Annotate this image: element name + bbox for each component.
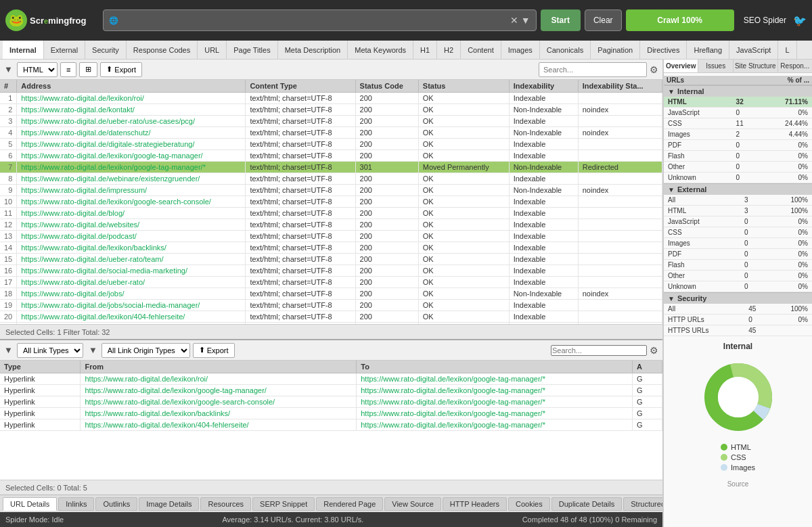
bottom-filter-options-icon[interactable]: ⚙ bbox=[650, 345, 658, 356]
external-table-row[interactable]: All 3 100% bbox=[664, 195, 812, 206]
security-table-row[interactable]: All 45 100% bbox=[664, 304, 812, 315]
table-row[interactable]: 12 https://www.rato-digital.de/websites/… bbox=[0, 219, 662, 231]
external-section-header[interactable]: ▼ External bbox=[664, 183, 812, 195]
url-dropdown-icon[interactable]: ▼ bbox=[521, 15, 531, 26]
table-row[interactable]: 19 https://www.rato-digital.de/jobs/soci… bbox=[0, 300, 662, 311]
tab-http-headers[interactable]: HTTP Headers bbox=[443, 497, 507, 511]
bottom-table-row[interactable]: Hyperlink https://www.rato-digital.de/le… bbox=[0, 419, 662, 431]
nav-tab-images[interactable]: Images bbox=[501, 41, 540, 60]
table-row[interactable]: 4 https://www.rato-digital.de/datenschut… bbox=[0, 127, 662, 139]
bottom-table-row[interactable]: Hyperlink https://www.rato-digital.de/le… bbox=[0, 396, 662, 408]
tab-image-details[interactable]: Image Details bbox=[139, 497, 199, 511]
external-table-row[interactable]: HTML 3 100% bbox=[664, 206, 812, 216]
tab-structured-data-details[interactable]: Structured Data Details bbox=[623, 497, 663, 511]
external-table-row[interactable]: CSS 0 0% bbox=[664, 227, 812, 238]
grid-view-button[interactable]: ⊞ bbox=[79, 62, 97, 77]
clear-button[interactable]: Clear bbox=[585, 9, 622, 31]
table-row[interactable]: 3 https://www.rato-digital.de/ueber-rato… bbox=[0, 116, 662, 127]
list-view-button[interactable]: ≡ bbox=[60, 62, 76, 77]
internal-table-row[interactable]: Unknown 0 0% bbox=[664, 173, 812, 183]
external-table-row[interactable]: Unknown 0 0% bbox=[664, 281, 812, 292]
export-button[interactable]: ⬆ Export bbox=[100, 62, 142, 77]
nav-tab-h1[interactable]: H1 bbox=[413, 41, 437, 60]
tab-serp-snippet[interactable]: SERP Snippet bbox=[252, 497, 315, 511]
table-row[interactable]: 8 https://www.rato-digital.de/webinare/e… bbox=[0, 173, 662, 185]
bottom-table-row[interactable]: Hyperlink https://www.rato-digital.de/le… bbox=[0, 373, 662, 385]
internal-table-row[interactable]: Images 2 4.44% bbox=[664, 129, 812, 140]
url-bar[interactable]: 🌐 https://www.rato-digital.de/ ✕ ▼ bbox=[103, 9, 537, 31]
nav-tab-hreflang[interactable]: Hreflang bbox=[687, 41, 729, 60]
table-row[interactable]: 10 https://www.rato-digital.de/lexikon/g… bbox=[0, 196, 662, 208]
nav-tab-canonicals[interactable]: Canonicals bbox=[540, 41, 591, 60]
nav-tab-response-codes[interactable]: Response Codes bbox=[127, 41, 198, 60]
table-row[interactable]: 7 https://www.rato-digital.de/lexikon/go… bbox=[0, 162, 662, 173]
table-row[interactable]: 18 https://www.rato-digital.de/jobs/ tex… bbox=[0, 288, 662, 300]
nav-tab-meta-keywords[interactable]: Meta Keywords bbox=[348, 41, 413, 60]
table-row[interactable]: 16 https://www.rato-digital.de/social-me… bbox=[0, 265, 662, 277]
start-button[interactable]: Start bbox=[541, 9, 581, 31]
internal-section-header[interactable]: ▼ Internal bbox=[664, 85, 812, 97]
tab-duplicate-details[interactable]: Duplicate Details bbox=[551, 497, 623, 511]
table-row[interactable]: 13 https://www.rato-digital.de/podcast/ … bbox=[0, 231, 662, 242]
right-nav-tab-respon...[interactable]: Respon... bbox=[778, 60, 812, 72]
nav-tab-content[interactable]: Content bbox=[461, 41, 501, 60]
security-table-row[interactable]: HTTP URLs 0 0% bbox=[664, 315, 812, 325]
internal-table-row[interactable]: PDF 0 0% bbox=[664, 140, 812, 151]
internal-table-row[interactable]: Other 0 0% bbox=[664, 162, 812, 173]
external-table-row[interactable]: Other 0 0% bbox=[664, 271, 812, 281]
bottom-search-input[interactable] bbox=[551, 345, 647, 356]
nav-tab-external[interactable]: External bbox=[44, 41, 85, 60]
table-row[interactable]: 15 https://www.rato-digital.de/ueber-rat… bbox=[0, 254, 662, 265]
link-origin-select[interactable]: All Link Origin Types bbox=[102, 343, 190, 358]
table-row[interactable]: 11 https://www.rato-digital.de/blog/ tex… bbox=[0, 208, 662, 219]
external-table-row[interactable]: Images 0 0% bbox=[664, 238, 812, 249]
table-row[interactable]: 14 https://www.rato-digital.de/lexikon/b… bbox=[0, 242, 662, 254]
tab-resources[interactable]: Resources bbox=[200, 497, 251, 511]
table-row[interactable]: 20 https://www.rato-digital.de/lexikon/4… bbox=[0, 311, 662, 323]
search-input[interactable] bbox=[539, 62, 647, 77]
html-filter-select[interactable]: HTML bbox=[17, 62, 58, 77]
external-table-row[interactable]: PDF 0 0% bbox=[664, 249, 812, 260]
internal-table-row[interactable]: Flash 0 0% bbox=[664, 151, 812, 162]
tab-cookies[interactable]: Cookies bbox=[508, 497, 550, 511]
tab-view-source[interactable]: View Source bbox=[384, 497, 441, 511]
bottom-table-row[interactable]: Hyperlink https://www.rato-digital.de/le… bbox=[0, 385, 662, 396]
right-nav-tab-overview[interactable]: Overview bbox=[664, 60, 698, 72]
table-row[interactable]: 2 https://www.rato-digital.de/kontakt/ t… bbox=[0, 104, 662, 116]
external-table-row[interactable]: Flash 0 0% bbox=[664, 260, 812, 271]
nav-tab-directives[interactable]: Directives bbox=[640, 41, 687, 60]
internal-table-row[interactable]: HTML 32 71.11% bbox=[664, 97, 812, 108]
table-row[interactable]: 1 https://www.rato-digital.de/lexikon/ro… bbox=[0, 93, 662, 104]
internal-table-row[interactable]: JavaScript 0 0% bbox=[664, 108, 812, 118]
nav-tab-l[interactable]: L bbox=[778, 41, 796, 60]
tab-url-details[interactable]: URL Details bbox=[3, 497, 57, 511]
nav-tab-javascript[interactable]: JavaScript bbox=[729, 41, 778, 60]
bottom-export-button[interactable]: ⬆ Export bbox=[193, 343, 235, 358]
bottom-table-row[interactable]: Hyperlink https://www.rato-digital.de/le… bbox=[0, 408, 662, 419]
security-table-row[interactable]: HTTPS URLs 45 bbox=[664, 325, 812, 336]
url-clear-icon[interactable]: ✕ bbox=[510, 15, 518, 26]
external-table-row[interactable]: JavaScript 0 0% bbox=[664, 216, 812, 227]
nav-tab-pagination[interactable]: Pagination bbox=[591, 41, 640, 60]
nav-tab-h2[interactable]: H2 bbox=[437, 41, 461, 60]
nav-tab-security[interactable]: Security bbox=[85, 41, 127, 60]
right-nav-tab-issues[interactable]: Issues bbox=[698, 60, 733, 72]
url-input[interactable]: https://www.rato-digital.de/ bbox=[122, 16, 510, 25]
table-row[interactable]: 9 https://www.rato-digital.de/impressum/… bbox=[0, 185, 662, 196]
right-nav-tab-site-structure[interactable]: Site Structure bbox=[734, 60, 778, 72]
crawl-button[interactable]: Crawl 100% bbox=[626, 9, 734, 31]
table-row[interactable]: 6 https://www.rato-digital.de/lexikon/go… bbox=[0, 150, 662, 162]
tab-outlinks[interactable]: Outlinks bbox=[95, 497, 137, 511]
nav-tab-page-titles[interactable]: Page Titles bbox=[227, 41, 277, 60]
nav-tab-internal[interactable]: Internal bbox=[3, 41, 44, 60]
filter-options-icon[interactable]: ⚙ bbox=[650, 64, 658, 75]
security-section-header[interactable]: ▼ Security bbox=[664, 292, 812, 304]
link-types-select[interactable]: All Link Types bbox=[17, 343, 83, 358]
twitter-icon[interactable]: 🐦 bbox=[793, 14, 807, 27]
table-row[interactable]: 17 https://www.rato-digital.de/ueber-rat… bbox=[0, 277, 662, 288]
nav-tab-meta-description[interactable]: Meta Description bbox=[278, 41, 348, 60]
table-row[interactable]: 5 https://www.rato-digital.de/digitale-s… bbox=[0, 139, 662, 150]
tab-rendered-page[interactable]: Rendered Page bbox=[316, 497, 383, 511]
internal-table-row[interactable]: CSS 11 24.44% bbox=[664, 118, 812, 129]
nav-tab-url[interactable]: URL bbox=[198, 41, 227, 60]
